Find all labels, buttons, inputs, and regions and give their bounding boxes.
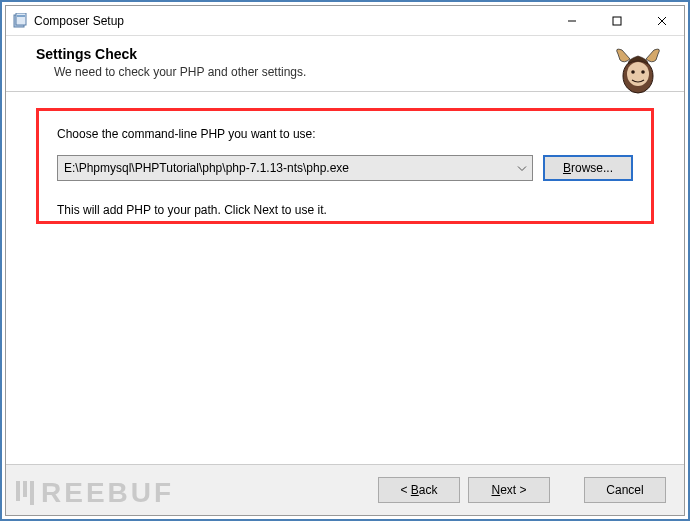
svg-rect-4 <box>613 17 621 25</box>
back-button[interactable]: < Back <box>378 477 460 503</box>
minimize-button[interactable] <box>549 6 594 35</box>
highlight-annotation: Choose the command-line PHP you want to … <box>36 108 654 224</box>
window-controls <box>549 6 684 35</box>
svg-point-10 <box>641 70 645 74</box>
svg-rect-1 <box>16 13 26 25</box>
window-title: Composer Setup <box>34 14 549 28</box>
close-button[interactable] <box>639 6 684 35</box>
php-path-label: Choose the command-line PHP you want to … <box>57 127 633 141</box>
wizard-header: Settings Check We need to check your PHP… <box>6 36 684 92</box>
installer-window: Composer Setup Settings Check We need to… <box>5 5 685 516</box>
svg-rect-2 <box>17 15 25 17</box>
browse-button[interactable]: Browse... <box>543 155 633 181</box>
cancel-button[interactable]: Cancel <box>584 477 666 503</box>
php-path-input[interactable] <box>57 155 533 181</box>
maximize-button[interactable] <box>594 6 639 35</box>
page-subtitle: We need to check your PHP and other sett… <box>54 65 664 79</box>
path-note: This will add PHP to your path. Click Ne… <box>57 203 633 217</box>
titlebar: Composer Setup <box>6 6 684 36</box>
php-path-combo[interactable] <box>57 155 533 181</box>
wizard-footer: < Back Next > Cancel <box>6 464 684 515</box>
svg-point-9 <box>631 70 635 74</box>
app-icon <box>12 13 28 29</box>
page-title: Settings Check <box>36 46 664 62</box>
next-button[interactable]: Next > <box>468 477 550 503</box>
wizard-content: Choose the command-line PHP you want to … <box>6 92 684 464</box>
php-path-row: Browse... <box>57 155 633 181</box>
